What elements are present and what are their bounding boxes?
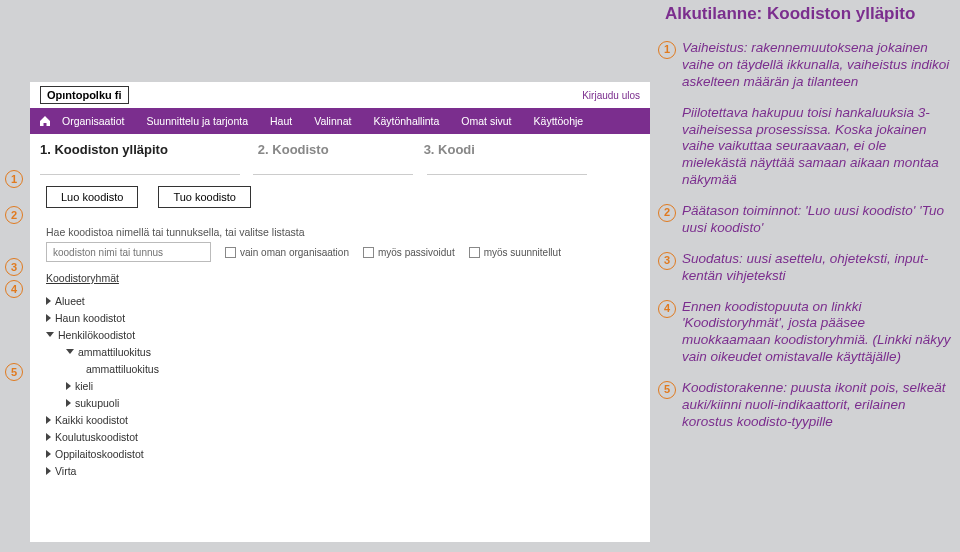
- tree-item-kieli[interactable]: kieli: [46, 377, 634, 394]
- tree-item-ammatti1[interactable]: ammattiluokitus: [46, 343, 634, 360]
- search-section: Hae koodistoa nimellä tai tunnuksella, t…: [30, 216, 650, 266]
- chevron-right-icon: [46, 433, 51, 441]
- chevron-right-icon: [46, 297, 51, 305]
- annotation-3: Suodatus: uusi asettelu, ohjeteksti, inp…: [682, 251, 952, 285]
- tree-label: kieli: [75, 380, 93, 392]
- home-icon[interactable]: [36, 112, 54, 130]
- filter-own-org[interactable]: vain oman organisaation: [225, 247, 349, 258]
- search-label: Hae koodistoa nimellä tai tunnuksella, t…: [46, 226, 634, 238]
- main-actions: Luo koodisto Tuo koodisto: [30, 178, 650, 216]
- marker-5: 5: [5, 363, 23, 381]
- checkbox-icon: [225, 247, 236, 258]
- topbar: Opıntopolku fi Kirjaudu ulos: [30, 82, 650, 108]
- chevron-right-icon: [46, 416, 51, 424]
- annotation-hidden: Piilotettava hakupuu toisi hankaluuksia …: [682, 105, 952, 189]
- filter-passivoidut-label: myös passivoidut: [378, 247, 455, 258]
- tree-label: Virta: [55, 465, 76, 477]
- navbar: Organisaatiot Suunnittelu ja tarjonta Ha…: [30, 108, 650, 134]
- annotation-num-5: 5: [658, 381, 676, 399]
- chevron-right-icon: [46, 314, 51, 322]
- filter-passivoidut[interactable]: myös passivoidut: [363, 247, 455, 258]
- import-button[interactable]: Tuo koodisto: [158, 186, 251, 208]
- nav-kaytonhallinta[interactable]: Käytönhallinta: [373, 115, 439, 127]
- tree-item-ammatti2[interactable]: ammattiluokitus: [46, 360, 634, 377]
- crumb-1: 1. Koodiston ylläpito: [40, 142, 168, 157]
- tree-item-oppilaitos[interactable]: Oppilaitoskoodistot: [46, 445, 634, 462]
- crumb-3: 3. Koodi: [424, 142, 475, 157]
- filter-suunnitellut-label: myös suunnitellut: [484, 247, 561, 258]
- tree-label: Haun koodistot: [55, 312, 125, 324]
- marker-4: 4: [5, 280, 23, 298]
- app-window: Opıntopolku fi Kirjaudu ulos Organisaati…: [30, 82, 650, 542]
- chevron-down-icon: [66, 349, 74, 354]
- chevron-down-icon: [46, 332, 54, 337]
- tree-item-alueet[interactable]: Alueet: [46, 292, 634, 309]
- chevron-right-icon: [46, 467, 51, 475]
- logo: Opıntopolku fi: [40, 86, 129, 104]
- annotation-4: Ennen koodistopuuta on linkki 'Koodistor…: [682, 299, 952, 367]
- chevron-right-icon: [66, 382, 71, 390]
- tree-item-sukupuoli[interactable]: sukupuoli: [46, 394, 634, 411]
- marker-1: 1: [5, 170, 23, 188]
- annotation-1: Vaiheistus: rakennemuutoksena jokainen v…: [682, 40, 952, 91]
- chevron-right-icon: [46, 450, 51, 458]
- breadcrumb: 1. Koodiston ylläpito 2. Koodisto 3. Koo…: [30, 134, 650, 164]
- checkbox-icon: [469, 247, 480, 258]
- annotation-num-2: 2: [658, 204, 676, 222]
- logout-link[interactable]: Kirjaudu ulos: [582, 90, 640, 101]
- tree-item-haun[interactable]: Haun koodistot: [46, 309, 634, 326]
- tree-label: Alueet: [55, 295, 85, 307]
- filter-suunnitellut[interactable]: myös suunnitellut: [469, 247, 561, 258]
- annotation-num-1: 1: [658, 41, 676, 59]
- crumb-2: 2. Koodisto: [258, 142, 329, 157]
- tree-label: sukupuoli: [75, 397, 119, 409]
- annotation-num-3: 3: [658, 252, 676, 270]
- tree-label: Oppilaitoskoodistot: [55, 448, 144, 460]
- tree: Alueet Haun koodistot Henkilökoodistot a…: [30, 286, 650, 485]
- marker-2: 2: [5, 206, 23, 224]
- annotation-num-4: 4: [658, 300, 676, 318]
- tree-item-virta[interactable]: Virta: [46, 462, 634, 479]
- tree-item-kaikki[interactable]: Kaikki koodistot: [46, 411, 634, 428]
- checkbox-icon: [363, 247, 374, 258]
- create-button[interactable]: Luo koodisto: [46, 186, 138, 208]
- nav-haut[interactable]: Haut: [270, 115, 292, 127]
- nav-valinnat[interactable]: Valinnat: [314, 115, 351, 127]
- annotation-5: Koodistorakenne: puusta ikonit pois, sel…: [682, 380, 952, 431]
- annotation-2: Päätason toiminnot: 'Luo uusi koodisto' …: [682, 203, 952, 237]
- annotations: 1 Vaiheistus: rakennemuutoksena jokainen…: [682, 40, 952, 445]
- tree-item-koulutus[interactable]: Koulutuskoodistot: [46, 428, 634, 445]
- marker-3: 3: [5, 258, 23, 276]
- tree-label: Henkilökoodistot: [58, 329, 135, 341]
- chevron-right-icon: [66, 399, 71, 407]
- tree-label: Koulutuskoodistot: [55, 431, 138, 443]
- nav-omatsivut[interactable]: Omat sivut: [461, 115, 511, 127]
- tree-label: ammattiluokitus: [86, 363, 159, 375]
- nav-organisaatiot[interactable]: Organisaatiot: [62, 115, 124, 127]
- nav-kayttoohje[interactable]: Käyttöohje: [534, 115, 584, 127]
- tree-label: ammattiluokitus: [78, 346, 151, 358]
- tree-item-henkilo[interactable]: Henkilökoodistot: [46, 326, 634, 343]
- nav-suunnittelu[interactable]: Suunnittelu ja tarjonta: [146, 115, 248, 127]
- groups-link[interactable]: Koodistoryhmät: [30, 266, 650, 286]
- page-title: Alkutilanne: Koodiston ylläpito: [665, 4, 915, 24]
- search-input[interactable]: [46, 242, 211, 262]
- filter-own-org-label: vain oman organisaation: [240, 247, 349, 258]
- tree-label: Kaikki koodistot: [55, 414, 128, 426]
